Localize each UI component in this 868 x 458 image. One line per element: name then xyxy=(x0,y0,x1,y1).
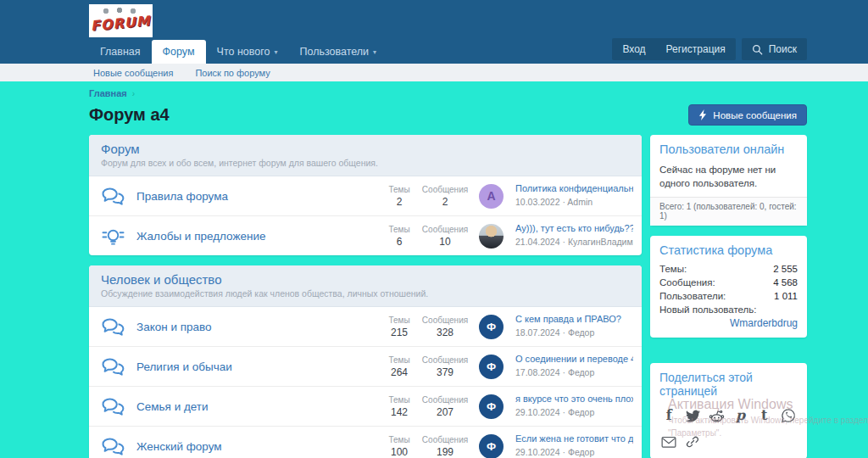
topics-stat: Темы264 xyxy=(379,355,420,378)
forum-link[interactable]: Женский форум xyxy=(136,440,379,453)
forum-statistics-block: Статистика форума Темы:2 555 Сообщения:4… xyxy=(650,236,807,338)
category-description: Форум для всех и обо всем, интернет фору… xyxy=(101,158,630,168)
topics-stat: Темы142 xyxy=(379,395,420,418)
forum-link[interactable]: Правила форума xyxy=(136,190,379,203)
page-title: Форум a4 xyxy=(89,105,170,125)
last-post-author[interactable]: Федор xyxy=(568,327,594,338)
whatsapp-icon[interactable] xyxy=(780,407,797,424)
breadcrumb-home[interactable]: Главная xyxy=(89,88,127,98)
last-post: О соединении и переводе 4х Ева... 17.08.… xyxy=(508,354,633,379)
sidebar: Пользователи онлайн Сейчас на форуме нет… xyxy=(650,135,807,458)
last-post-link[interactable]: Если жена не готовит что делать? ... xyxy=(515,433,633,444)
messages-stat: Сообщения379 xyxy=(420,355,470,378)
forum-row: Правила форума Темы2 Сообщения2 A Полити… xyxy=(89,176,642,215)
last-post-link[interactable]: Ау))), тут есть кто нибудь???? xyxy=(515,223,633,233)
last-post-link[interactable]: я вкурсе что это очень плохо, я н... xyxy=(515,394,633,404)
pinterest-icon[interactable]: p xyxy=(732,407,749,424)
avatar[interactable]: A xyxy=(479,184,504,209)
online-users-title[interactable]: Пользователи онлайн xyxy=(659,142,798,156)
search-icon xyxy=(752,44,763,55)
online-users-total: Всего: 1 (пользователей: 0, гостей: 1) xyxy=(650,197,807,226)
subnav-search-forum[interactable]: Поиск по форуму xyxy=(195,68,270,78)
chat-bubbles-icon xyxy=(101,187,136,206)
topics-stat: Темы2 xyxy=(379,185,420,208)
twitter-icon[interactable] xyxy=(684,407,701,424)
avatar[interactable]: Ф xyxy=(479,434,504,458)
category-society: Человек и общество Обсуждение взаимодейс… xyxy=(89,265,642,458)
category-title[interactable]: Человек и общество xyxy=(101,272,630,287)
forum-row: Женский форум Темы100 Сообщения199 Ф Есл… xyxy=(89,426,642,458)
online-users-text: Сейчас на форуме нет ни одного пользоват… xyxy=(659,163,798,190)
stat-messages: Сообщения:4 568 xyxy=(659,277,798,288)
topics-stat: Темы215 xyxy=(379,316,420,338)
title-row: Форум a4 Новые сообщения xyxy=(89,104,807,126)
breadcrumb-separator: › xyxy=(132,89,135,98)
share-block: Поделиться этой страницей f xyxy=(650,363,807,458)
nav-tab-whats-new[interactable]: Что нового▾ xyxy=(206,40,289,64)
forum-link[interactable]: Религия и обычаи xyxy=(136,360,379,373)
category-title[interactable]: Форум xyxy=(101,142,630,156)
stat-newest-member-label: Новый пользователь: xyxy=(659,304,798,315)
subnav-new-posts[interactable]: Новые сообщения xyxy=(93,68,173,78)
chat-bubbles-icon xyxy=(101,437,136,456)
last-post-author[interactable]: Admin xyxy=(567,197,593,207)
nav-tab-members[interactable]: Пользователи▾ xyxy=(288,40,387,64)
topics-stat: Темы6 xyxy=(379,225,420,248)
forum-row: Семья и дети Темы142 Сообщения207 Ф я вк… xyxy=(89,386,642,426)
category-description: Обсуждение взаимодействия людей как член… xyxy=(101,288,630,299)
auth-links: Вход Регистрация xyxy=(612,38,735,60)
chat-bubbles-icon xyxy=(101,397,136,416)
forum-link[interactable]: Жалобы и предложение xyxy=(136,230,379,243)
last-post: я вкурсе что это очень плохо, я н... 29.… xyxy=(508,394,633,419)
site-logo[interactable]: FORUM xyxy=(89,4,153,37)
chevron-down-icon: ▾ xyxy=(274,48,277,56)
lightning-bolt-icon xyxy=(698,109,707,120)
messages-stat: Сообщения199 xyxy=(420,435,470,458)
avatar[interactable] xyxy=(479,224,504,249)
messages-stat: Сообщения207 xyxy=(420,395,470,418)
link-icon[interactable] xyxy=(684,433,701,450)
newest-member-link[interactable]: Wmarderbdrug xyxy=(730,317,798,329)
new-posts-button[interactable]: Новые сообщения xyxy=(688,104,807,126)
breadcrumb: Главная › xyxy=(89,81,807,98)
last-post-author[interactable]: Федор xyxy=(568,407,594,417)
category-forum: Форум Форум для всех и обо всем, интерне… xyxy=(89,135,642,255)
forum-row: Жалобы и предложение Темы6 Сообщения10 А… xyxy=(89,215,642,255)
category-header: Человек и общество Обсуждение взаимодейс… xyxy=(89,265,642,307)
forum-link[interactable]: Семья и дети xyxy=(136,400,379,413)
lightbulb-icon xyxy=(101,226,136,247)
auth-area: Вход Регистрация Поиск xyxy=(612,38,807,60)
last-post-author[interactable]: Федор xyxy=(568,447,594,457)
avatar[interactable]: Ф xyxy=(479,355,504,379)
reddit-icon[interactable] xyxy=(708,407,725,424)
stat-members: Пользователи:1 011 xyxy=(659,291,798,301)
forum-statistics-title[interactable]: Статистика форума xyxy=(659,243,798,257)
last-post-author[interactable]: Федор xyxy=(568,367,594,377)
subnav: Новые сообщения Поиск по форуму xyxy=(0,64,868,81)
last-post-link[interactable]: О соединении и переводе 4х Ева... xyxy=(515,354,633,364)
last-post-author[interactable]: КулагинВладимир xyxy=(568,237,633,247)
search-button[interactable]: Поиск xyxy=(742,38,807,60)
facebook-icon[interactable]: f xyxy=(660,407,677,424)
last-post-link[interactable]: С кем правда и ПРАВО? xyxy=(515,314,633,324)
login-button[interactable]: Вход xyxy=(612,38,655,60)
email-icon[interactable] xyxy=(660,433,677,450)
forum-list: Форум Форум для всех и обо всем, интерне… xyxy=(89,135,642,458)
stat-topics: Темы:2 555 xyxy=(659,264,798,274)
nav-tab-home[interactable]: Главная xyxy=(89,40,152,64)
avatar[interactable]: Ф xyxy=(479,394,504,419)
tumblr-icon[interactable]: t xyxy=(756,407,773,424)
logo-text: FORUM xyxy=(90,13,151,34)
page-content: Главная › Форум a4 Новые сообщения Форум… xyxy=(89,81,807,458)
last-post-link[interactable]: Политика конфиденциальности xyxy=(515,183,633,193)
forum-link[interactable]: Закон и право xyxy=(136,321,379,333)
forum-row: Религия и обычаи Темы264 Сообщения379 Ф … xyxy=(89,346,642,386)
nav-tab-forum[interactable]: Форум xyxy=(152,40,206,64)
online-users-block: Пользователи онлайн Сейчас на форуме нет… xyxy=(650,135,807,226)
chat-bubbles-icon xyxy=(101,357,136,377)
messages-stat: Сообщения328 xyxy=(420,316,470,338)
header: FORUM Главная Форум Что нового▾ Пользова… xyxy=(0,0,868,64)
avatar[interactable]: Ф xyxy=(479,315,504,339)
main-nav: Главная Форум Что нового▾ Пользователи▾ xyxy=(89,40,387,64)
register-button[interactable]: Регистрация xyxy=(656,38,736,60)
